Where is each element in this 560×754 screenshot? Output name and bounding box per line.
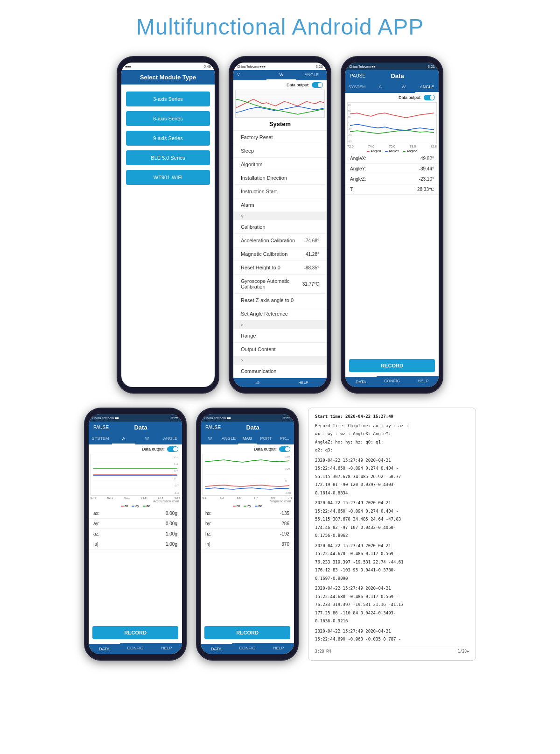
start-time: Start time: 2020-04-22 15:27:49 <box>315 414 469 420</box>
data-output-4: Data output: <box>89 444 182 454</box>
phone-1-app-header: Select Module Type <box>121 70 215 85</box>
tab-system-3[interactable]: SYSTEM <box>345 82 369 93</box>
tab-angle-4[interactable]: ANGLE <box>159 433 182 444</box>
btn-9axis[interactable]: 9-axis Series <box>126 131 210 146</box>
accel-data-section-4: ax: 0.00g ay: 0.00g az: 1.00g |a| 1.00g <box>89 508 182 622</box>
time-2: 3:23 <box>315 64 323 69</box>
bottom-nav-5: DATA CONFIG HELP <box>201 643 294 654</box>
data-panel: Start time: 2020-04-22 15:27:49 Record T… <box>308 408 476 661</box>
bg-chart-2 <box>235 90 325 118</box>
accel-chart-4: 2.11.40.70-0.7-1.4 <box>91 454 180 496</box>
menu-factory-reset[interactable]: Factory Reset <box>233 131 327 144</box>
nav-data-3[interactable]: DATA <box>345 376 377 387</box>
mag-chart-5: 1501000-100 <box>203 454 292 496</box>
chart-x-labels-4: 63.462.163.161.862.863.8 <box>89 496 182 500</box>
nav-help-5[interactable]: HELP <box>263 643 294 654</box>
accel-chart-label: Acceleration chart <box>89 500 182 503</box>
toggle-5[interactable] <box>279 446 290 452</box>
status-time-1: 5:49 <box>203 64 211 69</box>
data-row-ay-4: ay: 0.00g <box>89 519 182 529</box>
data-row-abs-4: |a| 1.00g <box>89 539 182 550</box>
btn-3axis[interactable]: 3-axis Series <box>126 92 210 106</box>
data-row-ax-3: AngleX: 49.82° <box>345 154 439 164</box>
tab-a-3[interactable]: A <box>369 82 392 93</box>
menu-output-content[interactable]: Output Content <box>233 343 327 356</box>
tab-system-4[interactable]: SYSTEM <box>89 433 112 444</box>
phone-5: China Telecom ■■ 3:22 PAUSE Data W ANGLE… <box>196 408 299 661</box>
mag-chart-label: Magnetic chart <box>201 500 294 503</box>
tab-w-5[interactable]: W <box>201 433 219 444</box>
phone-3-tabs: SYSTEM A W ANGLE <box>345 82 439 93</box>
menu-section-v: V <box>233 212 327 220</box>
tab-w[interactable]: W <box>266 70 297 80</box>
btn-6axis[interactable]: 6-axis Series <box>126 111 210 126</box>
phone-4: China Telecom ■■ 3:25 PAUSE Data SYSTEM … <box>84 408 187 661</box>
nav-config-4[interactable]: CONFIG <box>120 643 151 654</box>
menu-calibration[interactable]: Calibration <box>233 220 327 234</box>
tab-a-4[interactable]: A <box>112 433 135 444</box>
chart-x-labels-3: 72.074.076.078.072.8 <box>345 144 439 148</box>
time-3: 3:21 <box>427 64 435 69</box>
menu-range[interactable]: Range <box>233 329 327 343</box>
phone-3-status-bar: China Telecom ■■ 3:21 <box>345 63 439 70</box>
chart-legend-5: hx hy hz <box>201 503 294 508</box>
phone-4-screen: China Telecom ■■ 3:25 PAUSE Data SYSTEM … <box>89 414 182 654</box>
record-btn-4[interactable]: RECORD <box>92 626 178 639</box>
carrier-3: China Telecom ■■ <box>349 65 376 68</box>
carrier-4: China Telecom ■■ <box>92 416 119 420</box>
menu-algorithm[interactable]: Algorithm <box>233 158 327 171</box>
tab-angle-3[interactable]: ANGLE <box>415 82 439 93</box>
menu-instruction-start[interactable]: Instruction Start <box>233 185 327 198</box>
phone-5-screen: China Telecom ■■ 3:22 PAUSE Data W ANGLE… <box>201 414 294 654</box>
btn-wtwifi[interactable]: WT901-WIFI <box>126 170 210 185</box>
tab-angle-5[interactable]: ANGLE <box>219 433 238 444</box>
tab-pr-5[interactable]: PR... <box>275 433 294 444</box>
tab-port-5[interactable]: PORT <box>257 433 275 444</box>
menu-communication[interactable]: Communication <box>233 365 327 378</box>
toggle-3[interactable] <box>424 95 435 100</box>
time-5: 3:22 <box>283 416 290 420</box>
bottom-nav-4: DATA CONFIG HELP <box>89 643 182 654</box>
menu-sleep[interactable]: Sleep <box>233 144 327 158</box>
phone-5-status-bar: China Telecom ■■ 3:22 <box>201 414 294 422</box>
tab-w-3[interactable]: W <box>392 82 415 93</box>
angle-data-section-3: AngleX: 49.82° AngleY: -39.44° AngleZ: -… <box>345 154 439 355</box>
tab-angle[interactable]: ANGLE <box>296 70 327 80</box>
nav-data-5[interactable]: DATA <box>201 643 232 654</box>
nav-help-4[interactable]: HELP <box>151 643 182 654</box>
nav-help-3[interactable]: HELP <box>407 376 439 387</box>
menu-set-angle-ref[interactable]: Set Angle Reference <box>233 307 327 321</box>
nav-config: ...G <box>233 381 280 385</box>
data-block-0: 2020-04-22 15:27:49 2020-04-21 15:22:44.… <box>315 458 469 497</box>
toggle-4[interactable] <box>167 446 178 452</box>
nav-data-4[interactable]: DATA <box>89 643 120 654</box>
menu-gyro-cal[interactable]: Gyroscope Automatic Calibration 31.77°C <box>233 275 327 294</box>
data-block-2: 2020-04-22 15:27:49 2020-04-21 15:22:44.… <box>315 543 469 582</box>
record-sub2: AngleZ: hx: hy: hz: q0: q1: <box>315 439 469 446</box>
menu-alarm[interactable]: Alarm <box>233 198 327 212</box>
record-btn-5[interactable]: RECORD <box>204 626 290 639</box>
data-toggle-2[interactable] <box>312 82 323 88</box>
menu-installation-direction[interactable]: Installation Direction <box>233 171 327 185</box>
record-btn-3[interactable]: RECORD <box>349 359 435 372</box>
carrier-5: China Telecom ■■ <box>204 416 231 420</box>
tab-v[interactable]: V <box>233 70 244 80</box>
menu-header: System <box>233 118 327 131</box>
menu-reset-height[interactable]: Reset Height to 0 -88.35° <box>233 261 327 275</box>
data-output-5: Data output: <box>201 444 294 454</box>
data-row-absh-5: |h| 370 <box>201 539 294 550</box>
data-row-hz-5: hz: -192 <box>201 529 294 539</box>
record-sub3: q2: q3: <box>315 447 469 454</box>
data-panel-status: 3:28 PM 1/20+ <box>315 647 469 655</box>
nav-config-5[interactable]: CONFIG <box>232 643 263 654</box>
menu-accel-cal[interactable]: Acceleration Calibration -74.68° <box>233 234 327 247</box>
record-header: Record Time: ChipTime: ax : ay : az : <box>315 423 469 430</box>
btn-ble[interactable]: BLE 5.0 Series <box>126 150 210 165</box>
tab-mag-5[interactable]: MAG <box>238 433 257 444</box>
tab-w-4[interactable]: W <box>135 433 159 444</box>
data-output-2: Data output: <box>233 80 327 90</box>
menu-mag-cal[interactable]: Magnetic Calibration 41.28° <box>233 247 327 261</box>
nav-config-3[interactable]: CONFIG <box>377 376 408 387</box>
menu-reset-z[interactable]: Reset Z-axis angle to 0 <box>233 294 327 307</box>
angle-chart-3: 9060300-30-60-90 <box>347 102 437 144</box>
